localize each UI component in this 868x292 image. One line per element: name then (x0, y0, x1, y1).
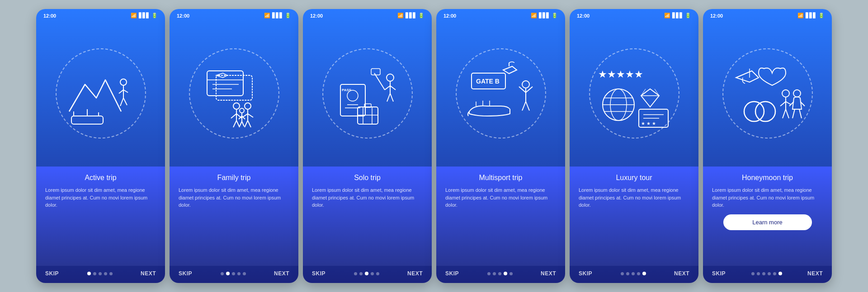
solo-trip-icon: PASS (327, 53, 408, 134)
svg-line-45 (385, 86, 390, 90)
svg-point-86 (793, 90, 801, 97)
screen-multisport-trip: 12:00 📶 ▋▋▋ 🔋 GATE B (436, 9, 565, 283)
dot-0-4 (109, 272, 113, 275)
wifi-icon-4: 📶 (531, 13, 537, 19)
time-3: 12:00 (310, 13, 323, 19)
dot-3-4 (509, 272, 513, 275)
active-trip-icon (60, 53, 142, 134)
signal-icon-1: ▋▋▋ (139, 13, 150, 19)
screen-solo-trip: 12:00 📶 ▋▋▋ 🔋 PASS (303, 9, 432, 283)
wifi-icon-6: 📶 (797, 13, 804, 19)
status-icons-2: 📶 ▋▋▋ 🔋 (264, 13, 291, 19)
svg-line-85 (786, 109, 789, 118)
screen-family-trip: 12:00 📶 ▋▋▋ 🔋 (170, 9, 298, 283)
skip-solo-trip[interactable]: SKIP (312, 270, 326, 277)
svg-point-78 (744, 102, 764, 121)
svg-line-18 (236, 114, 242, 118)
svg-point-0 (120, 79, 127, 85)
dot-2-3 (371, 272, 374, 275)
illustration-luxury: ★★★★★ ★ ★ ★ (570, 20, 698, 167)
dot-2-1 (359, 272, 363, 275)
signal-icon-2: ▋▋▋ (272, 13, 283, 19)
dot-3-1 (493, 272, 496, 275)
nav-multisport: SKIP NEXT (436, 266, 565, 283)
dot-3-0 (487, 272, 491, 275)
dot-1-3 (237, 272, 241, 275)
status-icons-3: 📶 ▋▋▋ 🔋 (397, 13, 425, 19)
dashed-circle-3: PASS (322, 48, 413, 139)
skip-multisport[interactable]: SKIP (445, 270, 459, 277)
dot-5-1 (757, 272, 760, 275)
svg-line-32 (242, 121, 244, 126)
dot-1-2 (232, 272, 235, 275)
time-4: 12:00 (443, 13, 456, 19)
content-active-trip: Active trip Lorem ipsum dolor sit dim am… (36, 167, 165, 266)
svg-point-43 (387, 74, 394, 81)
time-5: 12:00 (577, 13, 590, 19)
dots-solo-trip (354, 272, 379, 275)
skip-family-trip[interactable]: SKIP (179, 270, 192, 277)
dot-1-1 (226, 272, 230, 275)
svg-line-19 (233, 121, 236, 127)
signal-icon-6: ▋▋▋ (806, 13, 816, 19)
dot-0-1 (93, 272, 96, 275)
next-active-trip[interactable]: NEXT (141, 270, 156, 277)
svg-text:PASS: PASS (342, 88, 352, 92)
svg-text:★★★★★: ★★★★★ (598, 69, 643, 80)
multisport-icon: GATE B (460, 53, 542, 134)
wifi-icon-5: 📶 (664, 13, 670, 19)
status-icons-1: 📶 ▋▋▋ 🔋 (131, 13, 158, 19)
svg-line-31 (240, 121, 242, 126)
nav-solo-trip: SKIP NEXT (303, 266, 432, 283)
next-multisport[interactable]: NEXT (541, 270, 556, 277)
skip-luxury[interactable]: SKIP (579, 270, 592, 277)
dots-active-trip (87, 272, 113, 275)
dot-1-0 (221, 272, 224, 275)
skip-active-trip[interactable]: SKIP (45, 270, 59, 277)
illustration-active-trip (36, 20, 165, 167)
screen-luxury-tour: 12:00 📶 ▋▋▋ 🔋 ★★★★★ (570, 9, 698, 283)
svg-text:GATE B: GATE B (476, 78, 500, 85)
skip-honeymoon[interactable]: SKIP (712, 270, 726, 277)
svg-rect-14 (216, 75, 252, 100)
dashed-circle-1 (56, 48, 146, 139)
next-honeymoon[interactable]: NEXT (807, 270, 823, 277)
dot-2-4 (376, 272, 379, 275)
desc-luxury: Lorem ipsum dolor sit dim amet, mea regi… (579, 186, 689, 209)
status-icons-4: 📶 ▋▋▋ 🔋 (531, 13, 558, 19)
svg-line-84 (783, 109, 786, 118)
time-1: 12:00 (43, 13, 56, 19)
next-luxury[interactable]: NEXT (674, 270, 689, 277)
svg-line-83 (786, 102, 791, 105)
next-solo-trip[interactable]: NEXT (407, 270, 423, 277)
dot-5-0 (751, 272, 755, 275)
dot-4-3 (637, 272, 640, 275)
dot-0-3 (104, 272, 107, 275)
honeymoon-icon (727, 53, 808, 134)
svg-rect-50 (371, 69, 380, 75)
dashed-circle-5: ★★★★★ ★ ★ ★ (589, 48, 679, 139)
family-trip-icon (193, 53, 275, 134)
svg-line-89 (793, 109, 795, 118)
desc-active-trip: Lorem ipsum dolor sit dim amet, mea regi… (45, 186, 156, 209)
svg-line-90 (799, 109, 802, 118)
svg-line-47 (387, 93, 390, 102)
title-luxury: Luxury tour (579, 174, 689, 182)
svg-line-4 (120, 98, 123, 106)
svg-line-3 (123, 90, 128, 93)
svg-line-82 (780, 102, 786, 106)
desc-family-trip: Lorem ipsum dolor sit dim amet, mea regi… (179, 186, 289, 209)
screen-active-trip: 12:00 📶 ▋▋▋ 🔋 (36, 9, 165, 283)
learn-more-button[interactable]: Learn more (723, 214, 812, 230)
signal-icon-4: ▋▋▋ (539, 13, 550, 19)
status-bar-2: 12:00 📶 ▋▋▋ 🔋 (170, 9, 298, 20)
battery-icon-2: 🔋 (285, 13, 291, 19)
next-family-trip[interactable]: NEXT (274, 270, 289, 277)
content-luxury: Luxury tour Lorem ipsum dolor sit dim am… (570, 167, 698, 266)
dot-5-3 (768, 272, 771, 275)
signal-icon-5: ▋▋▋ (672, 13, 683, 19)
dots-multisport (487, 272, 513, 275)
dots-luxury (621, 272, 646, 275)
svg-line-49 (374, 73, 385, 90)
nav-luxury: SKIP NEXT (570, 266, 698, 283)
